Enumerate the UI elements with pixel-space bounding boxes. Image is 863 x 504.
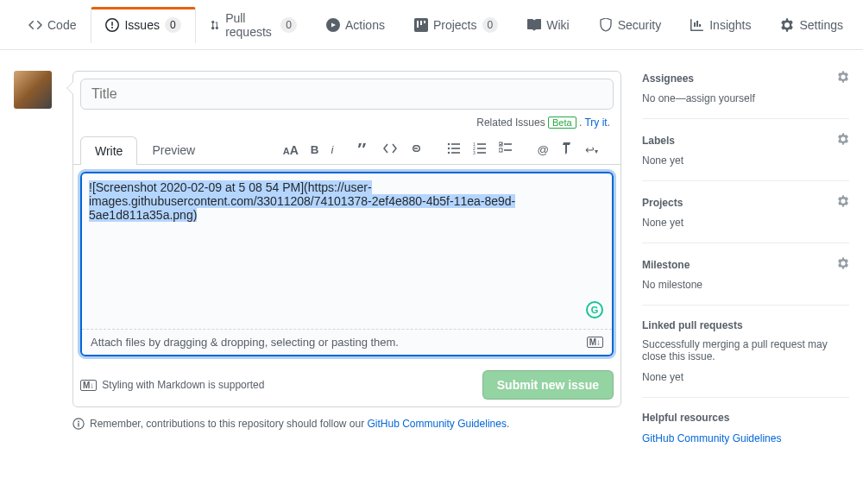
guidelines-prefix: Remember, contributions to this reposito… xyxy=(90,418,368,430)
tab-code-label: Code xyxy=(47,18,76,32)
markdown-icon: M↓ xyxy=(80,380,97,391)
svg-rect-15 xyxy=(504,149,512,151)
tab-settings-label: Settings xyxy=(799,18,843,32)
mention-button[interactable]: @ xyxy=(532,138,554,161)
tab-actions[interactable]: Actions xyxy=(312,7,400,42)
projects-count-badge: 0 xyxy=(482,17,499,33)
write-tab[interactable]: Write xyxy=(80,136,137,165)
svg-rect-13 xyxy=(504,143,512,145)
comment-body-text: ![Screenshot 2020-02-09 at 5 08 54 PM](h… xyxy=(89,180,515,222)
svg-rect-18 xyxy=(78,423,79,426)
gear-icon[interactable] xyxy=(837,195,849,210)
assignees-title: Assignees xyxy=(642,72,694,85)
pull-request-icon xyxy=(211,18,221,32)
linked-title: Linked pull requests xyxy=(642,319,743,331)
textarea-wrap: ![Screenshot 2020-02-09 at 5 08 54 PM](h… xyxy=(80,172,614,356)
svg-point-17 xyxy=(78,421,79,423)
attach-hint: Attach files by dragging & dropping, sel… xyxy=(91,336,399,349)
code-icon xyxy=(28,18,42,32)
resources-title: Helpful resources xyxy=(642,412,729,424)
markdown-toolbar: AA B i 123 @ xyxy=(278,138,614,161)
guidelines-note: Remember, contributions to this reposito… xyxy=(72,418,621,430)
sidebar-milestone: Milestone No milestone xyxy=(642,243,849,306)
sidebar-resources: Helpful resources GitHub Community Guide… xyxy=(642,398,849,458)
milestone-title: Milestone xyxy=(642,259,690,271)
markdown-note-text: Styling with Markdown is supported xyxy=(102,379,264,391)
projects-value: None yet xyxy=(642,217,849,229)
avatar[interactable] xyxy=(14,71,52,109)
svg-rect-14 xyxy=(499,148,502,152)
bold-button[interactable]: B xyxy=(306,140,324,161)
pulls-count-badge: 0 xyxy=(280,17,297,33)
reply-button[interactable]: ↩▾ xyxy=(580,138,603,161)
tab-issues-label: Issues xyxy=(124,18,159,32)
book-icon xyxy=(527,18,541,32)
linked-value: None yet xyxy=(642,371,849,383)
svg-text:3: 3 xyxy=(473,150,476,155)
projects-title: Projects xyxy=(642,197,683,209)
beta-badge: Beta xyxy=(548,117,576,129)
code-button[interactable] xyxy=(378,138,402,161)
gear-icon[interactable] xyxy=(837,133,849,148)
form-actions: M↓ Styling with Markdown is supported Su… xyxy=(73,363,620,406)
gear-icon[interactable] xyxy=(837,257,849,272)
tab-actions-label: Actions xyxy=(345,18,385,32)
tab-wiki-label: Wiki xyxy=(546,18,569,32)
svg-rect-4 xyxy=(451,148,460,149)
tab-issues[interactable]: Issues 0 xyxy=(91,7,195,43)
italic-button[interactable]: i xyxy=(326,140,339,161)
title-input[interactable] xyxy=(80,79,614,110)
related-issues-row: Related Issues Beta . Try it. xyxy=(73,117,620,135)
editor-tabs-toolbar: Write Preview AA B i 123 xyxy=(73,135,620,165)
tab-security[interactable]: Security xyxy=(584,7,677,42)
info-icon xyxy=(72,418,85,430)
svg-rect-11 xyxy=(477,152,486,154)
tab-insights-label: Insights xyxy=(709,18,751,32)
issue-icon xyxy=(105,18,119,32)
reference-button[interactable] xyxy=(556,138,578,161)
tab-insights[interactable]: Insights xyxy=(676,7,765,42)
submit-button[interactable]: Submit new issue xyxy=(482,370,614,400)
gear-icon[interactable] xyxy=(837,71,849,85)
tab-settings[interactable]: Settings xyxy=(765,7,858,42)
attach-bar[interactable]: Attach files by dragging & dropping, sel… xyxy=(82,329,612,355)
svg-rect-9 xyxy=(477,143,486,145)
sidebar: Assignees No one—assign yourself Labels … xyxy=(642,71,849,458)
ordered-list-button[interactable]: 123 xyxy=(468,138,492,161)
assignees-value[interactable]: No one—assign yourself xyxy=(642,92,849,104)
milestone-value: No milestone xyxy=(642,279,849,291)
svg-rect-5 xyxy=(451,152,460,154)
quote-button[interactable] xyxy=(352,138,376,161)
svg-point-2 xyxy=(448,152,450,154)
related-issues-label: Related Issues xyxy=(476,117,545,129)
shield-icon xyxy=(599,18,613,32)
try-it-link[interactable]: Try it xyxy=(584,117,607,129)
svg-point-0 xyxy=(448,143,450,145)
repo-tabs: Code Issues 0 Pull requests 0 Actions Pr… xyxy=(0,0,863,50)
tab-pulls[interactable]: Pull requests 0 xyxy=(196,0,312,49)
new-issue-form: Related Issues Beta . Try it. Write Prev… xyxy=(72,71,621,407)
tab-security-label: Security xyxy=(618,18,662,32)
tab-wiki[interactable]: Wiki xyxy=(513,7,583,42)
tab-code[interactable]: Code xyxy=(14,7,91,42)
svg-rect-3 xyxy=(451,143,460,145)
unordered-list-button[interactable] xyxy=(442,138,466,161)
preview-tab[interactable]: Preview xyxy=(137,135,210,164)
sidebar-labels: Labels None yet xyxy=(642,119,849,181)
tab-projects[interactable]: Projects 0 xyxy=(400,6,513,43)
svg-rect-10 xyxy=(477,148,486,149)
labels-value: None yet xyxy=(642,154,849,167)
task-list-button[interactable] xyxy=(494,138,518,161)
markdown-support-note: M↓ Styling with Markdown is supported xyxy=(80,379,264,391)
tab-projects-label: Projects xyxy=(433,18,477,32)
comment-textarea[interactable]: ![Screenshot 2020-02-09 at 5 08 54 PM](h… xyxy=(82,173,612,329)
markdown-icon: M↓ xyxy=(587,337,603,348)
community-guidelines-link[interactable]: GitHub Community Guidelines xyxy=(642,432,781,444)
guidelines-link[interactable]: GitHub Community Guidelines xyxy=(368,418,507,430)
heading-button[interactable]: AA xyxy=(278,140,304,161)
labels-title: Labels xyxy=(642,135,675,147)
link-button[interactable] xyxy=(404,138,428,161)
sidebar-linked-prs: Linked pull requests Successfully mergin… xyxy=(642,306,849,398)
grammarly-icon[interactable]: G xyxy=(586,301,603,318)
issues-count-badge: 0 xyxy=(165,17,181,33)
